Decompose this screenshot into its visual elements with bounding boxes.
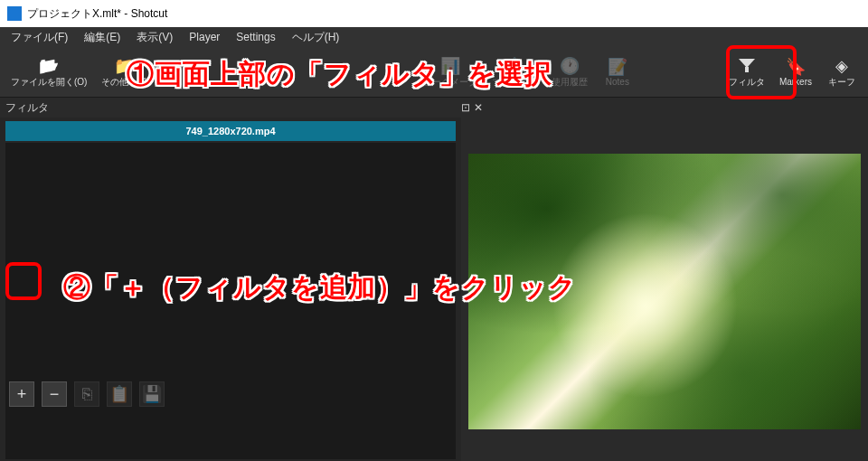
panel-title: フィルタ [5, 100, 49, 116]
markers-button[interactable]: 🔖 Markers [772, 53, 819, 90]
filter-label: フィルタ [729, 76, 765, 89]
open-label: ファイルを開く(O) [11, 76, 87, 89]
detach-icon[interactable]: ⊡ [461, 101, 470, 114]
annotation-step1: ①画面上部の「フィルタ」を選択 [127, 56, 552, 93]
menubar: ファイル(F) 編集(E) 表示(V) Player Settings ヘルプ(… [0, 27, 868, 47]
filter-panel-header: フィルタ ⊡ ✕ [0, 98, 868, 118]
keyframe-label: キーフ [828, 76, 855, 89]
folder-icon [39, 56, 59, 76]
notes-label: Notes [606, 77, 629, 87]
menu-help[interactable]: ヘルプ(H) [285, 28, 347, 47]
keyframe-icon: ◈ [835, 56, 848, 76]
add-filter-button[interactable]: + [9, 381, 34, 407]
filter-controls: + − ⎘ 📋 💾 [9, 381, 165, 407]
copy-filter-button[interactable]: ⎘ [74, 381, 99, 407]
save-filter-button[interactable]: 💾 [139, 381, 165, 407]
app-icon [7, 6, 22, 21]
history-icon: 🕐 [560, 56, 580, 76]
window-title: プロジェクトX.mlt* - Shotcut [27, 6, 167, 22]
remove-filter-button[interactable]: − [42, 381, 67, 407]
menu-file[interactable]: ファイル(F) [4, 28, 75, 47]
annotation-step2: ②「＋（フィルタを追加）」をクリック [63, 269, 577, 306]
funnel-icon [739, 56, 755, 76]
open-file-button[interactable]: ファイルを開く(O) [4, 52, 94, 92]
close-icon[interactable]: ✕ [474, 101, 483, 114]
paste-filter-button[interactable]: 📋 [107, 381, 132, 407]
notes-button[interactable]: 📝 Notes [595, 53, 640, 90]
titlebar: プロジェクトX.mlt* - Shotcut [0, 0, 868, 27]
menu-view[interactable]: 表示(V) [129, 28, 180, 47]
notes-icon: 📝 [608, 57, 627, 77]
menu-settings[interactable]: Settings [229, 29, 282, 45]
menu-edit[interactable]: 編集(E) [77, 28, 127, 47]
bookmark-icon: 🔖 [786, 57, 806, 77]
menu-player[interactable]: Player [182, 29, 227, 45]
markers-label: Markers [779, 77, 812, 87]
filter-button[interactable]: フィルタ [722, 52, 772, 92]
clip-name[interactable]: 749_1280x720.mp4 [5, 121, 456, 141]
history-label: 使用履歴 [552, 76, 588, 89]
keyframe-button[interactable]: ◈ キーフ [819, 52, 864, 92]
